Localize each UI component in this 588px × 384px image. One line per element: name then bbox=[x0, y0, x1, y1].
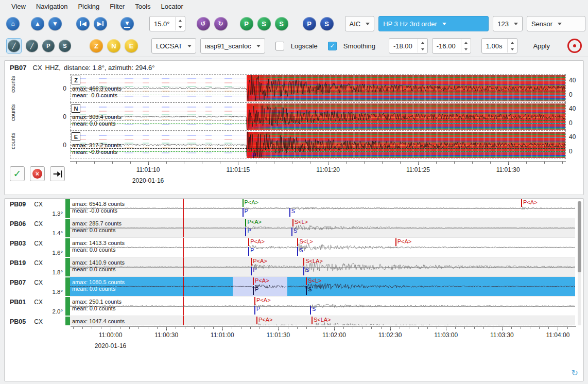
p-phase-marker[interactable]: P bbox=[251, 75, 251, 102]
min-spinbox[interactable]: -18.00 bbox=[389, 38, 428, 54]
next-trace-button[interactable]: ▶ bbox=[94, 17, 107, 30]
p-phase-marker[interactable]: P bbox=[251, 103, 251, 130]
home-button[interactable]: ⌂ bbox=[6, 17, 20, 30]
smoothing-checkbox[interactable]: ✓ bbox=[328, 42, 337, 50]
pick-s2-button[interactable]: S bbox=[275, 17, 288, 30]
phase-marker[interactable]: S<LA> bbox=[312, 317, 331, 324]
menu-filter[interactable]: Filter bbox=[105, 2, 130, 11]
station-row-selected[interactable]: PB07CX 1.8° amax: 1080.5 counts mean: 0.… bbox=[5, 277, 575, 296]
apply-button[interactable]: Apply bbox=[528, 40, 555, 52]
menu-locator[interactable]: Locator bbox=[156, 2, 188, 11]
station-row[interactable]: PB03CX 1.6° amax: 1413.3 counts mean: 0.… bbox=[5, 238, 575, 257]
tool-pick-button[interactable]: ╱ bbox=[8, 40, 20, 52]
smoothing-label[interactable]: Smoothing bbox=[343, 42, 375, 50]
phase-marker[interactable]: P bbox=[245, 228, 251, 236]
amplitude-scale-select[interactable]: 123 bbox=[493, 16, 523, 31]
phase-marker[interactable]: P<A> bbox=[245, 219, 262, 226]
station-trace[interactable]: amax: 6541.8 counts mean: -0.0 counts P<… bbox=[70, 199, 575, 218]
scroll-down-button[interactable]: ▼ bbox=[48, 17, 62, 30]
tool-pick-p-button[interactable]: P bbox=[42, 40, 55, 52]
max-spinbox[interactable]: -16.00 bbox=[432, 38, 471, 54]
station-trace[interactable]: amax: 1413.3 counts mean: 0.0 counts P<A… bbox=[70, 238, 575, 257]
relocate-target-icon[interactable] bbox=[567, 39, 582, 53]
phase-marker[interactable]: P<A> bbox=[248, 238, 265, 246]
station-row[interactable]: PB06CX 1.4° amax: 285.7 counts mean: 0.0… bbox=[5, 218, 575, 238]
spin-buttons[interactable] bbox=[461, 39, 471, 53]
axis-tick-minor bbox=[436, 162, 437, 164]
menu-view[interactable]: View bbox=[6, 2, 31, 11]
phase-marker[interactable]: S bbox=[289, 208, 295, 217]
phase-marker[interactable]: P<A> bbox=[253, 277, 269, 285]
p-phase-marker[interactable]: P bbox=[251, 131, 251, 159]
zoom-angle-spinbox[interactable]: 15.0° bbox=[149, 16, 185, 31]
undo-button[interactable]: ↺ bbox=[197, 17, 210, 30]
phase-marker[interactable]: S bbox=[303, 267, 309, 275]
phase-marker[interactable]: P<A> bbox=[521, 199, 538, 207]
velocity-profile-select[interactable]: iasp91_scanloc bbox=[200, 38, 265, 54]
theoretical-s-button[interactable]: S bbox=[320, 17, 334, 30]
logscale-label[interactable]: Logscale bbox=[291, 42, 318, 50]
trace-e[interactable]: E amax: 317.2 counts mean: -0.0 counts P bbox=[70, 131, 566, 159]
phase-marker[interactable]: S bbox=[291, 228, 297, 236]
component-z-button[interactable]: Z bbox=[90, 39, 103, 53]
pick-p-button[interactable]: P bbox=[240, 17, 253, 30]
picker-algorithm-select[interactable]: AIC bbox=[345, 16, 375, 31]
tool-pick-s-button[interactable]: S bbox=[59, 40, 71, 52]
logscale-checkbox[interactable] bbox=[275, 42, 284, 50]
accept-button[interactable]: ✓ bbox=[10, 166, 25, 181]
phase-marker[interactable]: P bbox=[253, 286, 258, 295]
phase-marker[interactable]: S<L> bbox=[297, 238, 313, 246]
pick-s-button[interactable]: S bbox=[257, 17, 271, 30]
jump-down-button[interactable]: ▼ bbox=[120, 17, 134, 30]
apply-next-button[interactable] bbox=[50, 166, 65, 181]
phase-marker[interactable]: P bbox=[243, 208, 248, 217]
trace-z[interactable]: Z amax: 466.3 counts mean: -0.0 counts P bbox=[70, 74, 566, 102]
step-spinbox[interactable]: 1.00s bbox=[481, 38, 518, 54]
scrollbar-handle[interactable] bbox=[578, 201, 581, 272]
phase-marker[interactable]: P bbox=[254, 306, 260, 315]
phase-marker[interactable]: S<L> bbox=[292, 219, 308, 226]
locator-select[interactable]: LOCSAT bbox=[151, 38, 196, 54]
spin-buttons[interactable] bbox=[507, 39, 517, 53]
phase-marker[interactable]: P<A> bbox=[251, 258, 267, 266]
station-row[interactable]: PB19CX 1.8° amax: 1410.9 counts mean: 0.… bbox=[5, 257, 575, 277]
phase-marker[interactable]: P bbox=[248, 247, 254, 256]
station-trace[interactable]: amax: 250.1 counts mean: 0.0 counts P<A>… bbox=[70, 296, 575, 316]
filter-select[interactable]: HP 3 Hz 3rd order bbox=[378, 16, 489, 31]
redo-button[interactable]: ↻ bbox=[214, 17, 228, 30]
phase-marker[interactable]: S bbox=[310, 306, 316, 315]
phase-marker[interactable]: S bbox=[306, 286, 312, 295]
scroll-up-button[interactable]: ▲ bbox=[31, 17, 44, 30]
phase-marker[interactable]: S<L> bbox=[306, 277, 321, 285]
trace-n[interactable]: N amax: 303.4 counts mean: 0.0 counts P bbox=[70, 102, 566, 131]
refresh-corner-icon[interactable]: ↻ bbox=[572, 368, 578, 378]
phase-marker[interactable]: P<A> bbox=[254, 297, 271, 305]
menu-picking[interactable]: Picking bbox=[73, 2, 105, 11]
theoretical-p-button[interactable]: P bbox=[303, 17, 316, 30]
phase-marker[interactable]: P bbox=[251, 267, 256, 275]
phase-marker[interactable]: P<A> bbox=[395, 238, 412, 246]
sensor-select[interactable]: Sensor bbox=[527, 16, 585, 31]
vertical-scrollbar[interactable] bbox=[578, 201, 581, 325]
station-row[interactable]: PB01CX 2.0° amax: 250.1 counts mean: 0.0… bbox=[5, 296, 575, 316]
station-row[interactable]: PB05CX amax: 1047.4 counts P<A>S<LA> bbox=[5, 316, 575, 325]
menu-tools[interactable]: Tools bbox=[130, 2, 155, 11]
reject-button[interactable]: × bbox=[30, 166, 45, 181]
station-network: CX bbox=[34, 201, 43, 208]
phase-marker[interactable]: P<A> bbox=[243, 199, 259, 207]
station-row[interactable]: PB09CX 1.3° amax: 6541.8 counts mean: -0… bbox=[5, 199, 575, 218]
phase-marker[interactable]: S<LA> bbox=[303, 258, 323, 266]
tool-edit-button[interactable]: ╱ bbox=[26, 40, 38, 52]
previous-trace-button[interactable]: ◀ bbox=[76, 17, 90, 30]
spin-buttons[interactable] bbox=[418, 39, 427, 53]
station-trace[interactable]: amax: 1047.4 counts P<A>S<LA> bbox=[70, 316, 575, 325]
station-trace[interactable]: amax: 1080.5 counts mean: 0.0 counts P<A… bbox=[70, 277, 575, 296]
phase-marker[interactable]: P<A> bbox=[256, 317, 273, 324]
station-trace[interactable]: amax: 285.7 counts mean: 0.0 counts P<A>… bbox=[70, 218, 575, 238]
menu-navigation[interactable]: Navigation bbox=[31, 2, 73, 11]
station-trace[interactable]: amax: 1410.9 counts mean: 0.0 counts P<A… bbox=[70, 257, 575, 277]
phase-marker[interactable]: S bbox=[297, 247, 303, 256]
component-e-button[interactable]: E bbox=[125, 39, 138, 53]
spin-buttons[interactable] bbox=[175, 17, 185, 30]
component-n-button[interactable]: N bbox=[107, 39, 120, 53]
